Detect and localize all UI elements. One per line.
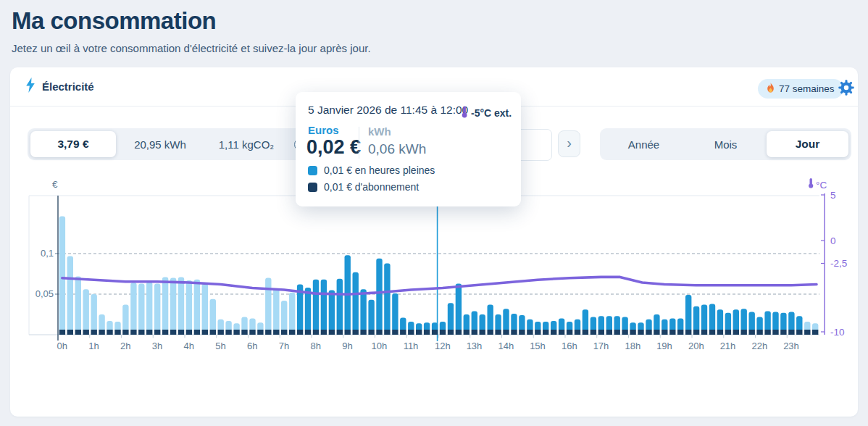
tooltip-breakdown-abonnement: 0,01 € d'abonnement [308, 181, 419, 193]
chevron-right-icon: › [567, 135, 572, 151]
streak-badge-label: 77 semaines [779, 83, 835, 94]
tab-mois[interactable]: Mois [685, 131, 767, 157]
gear-icon[interactable] [837, 78, 856, 97]
tooltip-kwh-value: 0,06 kWh [368, 141, 426, 157]
streak-badge: 77 semaines [758, 79, 843, 99]
flame-icon [767, 83, 775, 95]
stat-co2[interactable]: 1,11 kgCO₂ [204, 131, 288, 157]
tooltip-date: 5 Janvier 2026 de 11:45 à 12:00 [308, 104, 468, 117]
period-tabs: Année Mois Jour [600, 128, 851, 160]
tooltip-euros-label: Euros [308, 124, 339, 136]
tooltip-temp-text: -5°C ext. [471, 107, 512, 119]
page: Ma consommation Jetez un œil à votre con… [0, 0, 868, 426]
lightning-bolt-icon [26, 78, 36, 96]
pleines-swatch [308, 166, 317, 175]
page-title: Ma consommation [12, 7, 216, 35]
tooltip-kwh-label: kWh [368, 125, 391, 138]
page-subtitle: Jetez un œil à votre consommation d'élec… [12, 42, 371, 54]
card-header: Électricité [26, 78, 94, 96]
tooltip-breakdown-abonnement-text: 0,01 € d'abonnement [324, 181, 419, 193]
tooltip-temperature: -5°C ext. [461, 106, 512, 120]
energy-label: Électricité [42, 80, 94, 93]
tooltip-breakdown-pleines-text: 0,01 € en heures pleines [324, 164, 435, 176]
thermometer-icon [461, 106, 468, 120]
stat-kwh[interactable]: 20,95 kWh [116, 131, 204, 157]
tooltip-euros-value: 0,02 € [306, 136, 361, 159]
next-period-button[interactable]: › [558, 130, 580, 157]
stats-segmented-control: 3,79 € 20,95 kWh 1,11 kgCO₂ ? [28, 128, 317, 160]
abonnement-swatch [308, 183, 317, 192]
tab-annee[interactable]: Année [603, 131, 685, 157]
tooltip-breakdown-pleines: 0,01 € en heures pleines [308, 164, 435, 176]
data-tooltip: 5 Janvier 2026 de 11:45 à 12:00 -5°C ext… [296, 92, 521, 206]
tab-jour[interactable]: Jour [767, 131, 848, 157]
stat-euros[interactable]: 3,79 € [30, 131, 116, 157]
tooltip-divider [359, 127, 359, 159]
